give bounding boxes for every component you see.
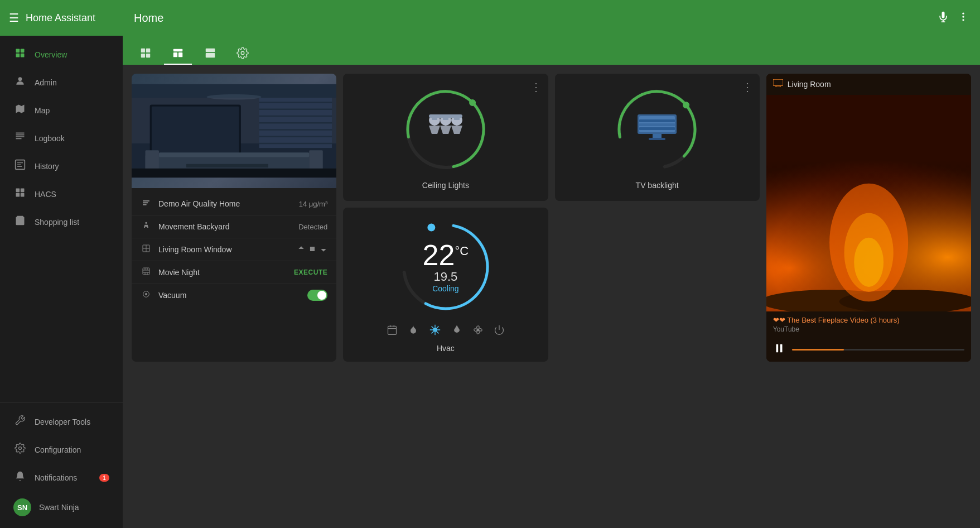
- hvac-schedule-btn[interactable]: [387, 324, 398, 338]
- media-card: Living Room: [766, 74, 971, 362]
- ceiling-lights-icon: [426, 112, 465, 147]
- tv-backlight-menu[interactable]: ⋮: [742, 80, 753, 94]
- svg-rect-115: [653, 134, 662, 138]
- ceiling-lights-menu[interactable]: ⋮: [530, 80, 542, 94]
- hvac-temp-display: 22°C 19.5 Cooling: [423, 241, 469, 293]
- entity-name-movie: Movie Night: [158, 268, 287, 277]
- window-up-icon[interactable]: [297, 245, 305, 255]
- svg-rect-77: [429, 114, 462, 118]
- media-pause-button[interactable]: [773, 342, 785, 357]
- sidebar-item-hacs[interactable]: HACS: [2, 180, 120, 208]
- sidebar-header: ☰ Home Assistant: [0, 0, 123, 36]
- svg-rect-24: [206, 49, 215, 52]
- entity-name-movement: Movement Backyard: [158, 222, 292, 231]
- svg-point-95: [426, 223, 436, 233]
- svg-rect-6: [16, 189, 20, 193]
- hvac-unit: °C: [455, 244, 469, 258]
- window-down-icon[interactable]: [320, 245, 327, 255]
- svg-point-14: [962, 12, 964, 14]
- svg-rect-112: [639, 119, 675, 122]
- entity-value-movement: Detected: [298, 223, 327, 231]
- svg-rect-9: [21, 193, 25, 197]
- sidebar-label-logbook: Logbook: [35, 134, 65, 143]
- topbar: Home: [123, 0, 980, 36]
- svg-rect-56: [143, 268, 149, 275]
- svg-rect-45: [132, 169, 336, 177]
- sidebar-label-shopping: Shopping list: [35, 218, 79, 227]
- svg-rect-39: [152, 107, 239, 153]
- hvac-fan-btn[interactable]: [472, 324, 484, 338]
- svg-rect-113: [639, 123, 675, 126]
- sidebar-item-history[interactable]: History: [2, 152, 120, 180]
- tab-2[interactable]: [164, 42, 192, 65]
- sidebar-label-user: Swart Ninja: [39, 503, 79, 512]
- entity-movement[interactable]: Movement Backyard Detected: [132, 215, 336, 238]
- window-icon: [141, 244, 152, 255]
- entity-value-movie[interactable]: EXECUTE: [294, 268, 327, 276]
- media-room-label: Living Room: [788, 80, 831, 89]
- svg-point-16: [962, 19, 964, 21]
- tab-1[interactable]: [132, 42, 160, 65]
- sidebar: ☰ Home Assistant Overview Admin Map Log: [0, 0, 123, 528]
- svg-rect-48: [143, 200, 149, 201]
- sidebar-item-user[interactable]: SN Swart Ninja: [2, 492, 120, 523]
- media-header: Living Room: [766, 74, 971, 95]
- media-title: ❤❤ The Best Fireplace Video (3 hours): [773, 316, 964, 324]
- sidebar-item-admin[interactable]: Admin: [2, 69, 120, 96]
- window-stop-icon[interactable]: [308, 245, 316, 255]
- user-avatar: SN: [13, 498, 31, 516]
- tab-4[interactable]: [229, 42, 257, 65]
- entity-name-window: Living Room Window: [158, 245, 291, 254]
- movie-icon: [141, 267, 152, 278]
- svg-rect-1: [21, 49, 25, 53]
- svg-rect-78: [773, 79, 783, 85]
- microphone-icon[interactable]: [938, 11, 949, 25]
- sidebar-label-hacs: HACS: [35, 190, 56, 199]
- entity-movie-night[interactable]: Movie Night EXECUTE: [132, 261, 336, 284]
- sidebar-item-shopping[interactable]: Shopping list: [2, 208, 120, 236]
- vacuum-toggle[interactable]: [307, 290, 327, 301]
- sidebar-item-overview[interactable]: Overview: [2, 41, 120, 68]
- svg-rect-19: [141, 54, 145, 57]
- svg-point-51: [145, 222, 147, 224]
- svg-rect-20: [146, 54, 150, 57]
- sidebar-item-logbook[interactable]: Logbook: [2, 124, 120, 152]
- hvac-cool-btn[interactable]: [429, 324, 441, 338]
- sidebar-item-devtools[interactable]: Developer Tools: [2, 408, 120, 435]
- sidebar-label-notifications: Notifications: [35, 473, 77, 482]
- media-progress-bar[interactable]: [792, 349, 964, 351]
- svg-point-11: [19, 447, 22, 450]
- svg-rect-96: [388, 326, 396, 334]
- menu-icon[interactable]: ☰: [9, 11, 19, 25]
- hvac-power-btn[interactable]: [494, 324, 505, 338]
- tv-backlight-circle: [612, 85, 702, 174]
- hacs-icon: [13, 187, 27, 201]
- tab-3[interactable]: [196, 42, 224, 65]
- hvac-label: Hvac: [437, 344, 455, 353]
- sidebar-item-config[interactable]: Configuration: [2, 436, 120, 463]
- sidebar-item-map[interactable]: Map: [2, 97, 120, 124]
- svg-rect-2: [16, 54, 20, 57]
- svg-rect-0: [16, 49, 20, 53]
- entity-air-quality[interactable]: Demo Air Quality Home 14 μg/m³: [132, 193, 336, 215]
- hvac-dry-btn[interactable]: [451, 324, 462, 338]
- more-options-icon[interactable]: [958, 11, 969, 25]
- overview-icon: [13, 47, 27, 61]
- sidebar-label-overview: Overview: [35, 50, 67, 59]
- sidebar-item-notifications[interactable]: Notifications 1: [2, 464, 120, 491]
- ceiling-lights-label: Ceiling Lights: [422, 181, 469, 190]
- sidebar-label-devtools: Developer Tools: [35, 417, 90, 426]
- entity-value-air: 14 μg/m³: [299, 200, 328, 208]
- svg-rect-41: [145, 155, 309, 171]
- tv-backlight-label: TV backlight: [636, 181, 679, 190]
- svg-rect-49: [143, 202, 148, 203]
- topbar-actions: [938, 11, 969, 25]
- tabs-bar: [123, 36, 980, 65]
- svg-rect-43: [309, 150, 322, 171]
- map-icon: [13, 103, 27, 117]
- admin-icon: [13, 75, 27, 89]
- history-icon: [13, 159, 27, 173]
- hvac-heat-btn[interactable]: [408, 324, 419, 338]
- room-scene-svg: [132, 74, 336, 188]
- notification-icon: [13, 471, 27, 484]
